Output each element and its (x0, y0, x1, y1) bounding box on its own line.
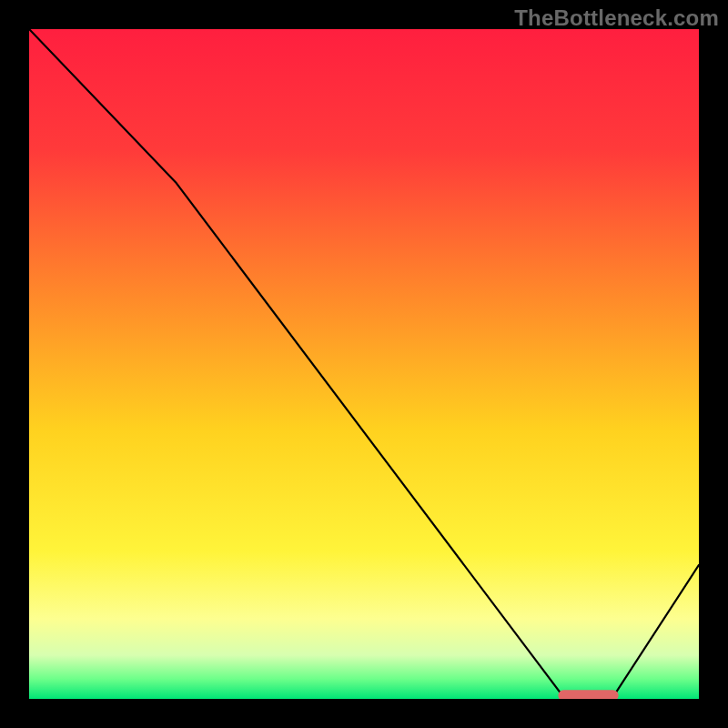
gradient-rect (29, 29, 699, 699)
watermark-text: TheBottleneck.com (514, 5, 719, 31)
optimal-range-marker (558, 690, 618, 699)
plot-area (29, 29, 699, 699)
chart-svg (29, 29, 699, 699)
chart-frame: TheBottleneck.com (0, 0, 728, 728)
